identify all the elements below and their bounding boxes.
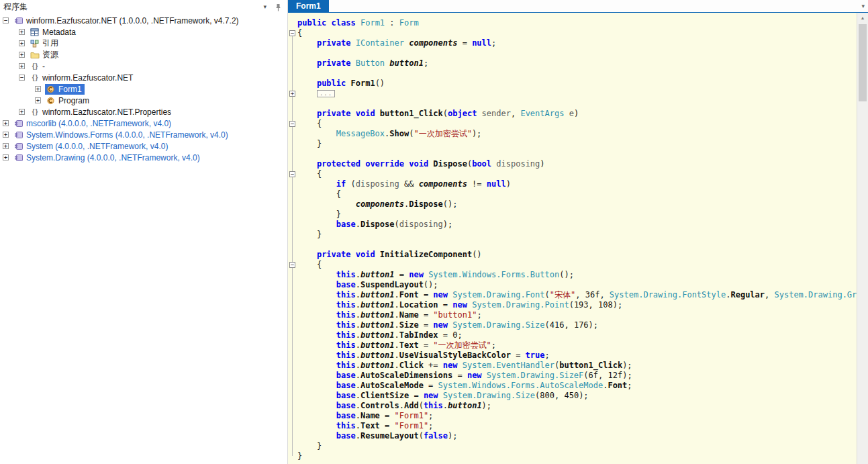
fold-margin bbox=[288, 159, 297, 169]
tree-item-label: - bbox=[42, 62, 45, 71]
expand-toggle-icon[interactable]: + bbox=[19, 29, 25, 35]
expand-toggle-icon[interactable]: + bbox=[19, 63, 25, 69]
tree-item-assembly-system-drawing[interactable]: +System.Drawing (4.0.0.0, .NETFramework,… bbox=[0, 152, 287, 163]
fold-collapse-icon[interactable]: − bbox=[289, 171, 295, 177]
tree-item-assembly-mscorlib[interactable]: +mscorlib (4.0.0.0, .NETFramework, v4.0) bbox=[0, 118, 287, 129]
vertical-scrollbar[interactable]: ▲ bbox=[857, 13, 868, 464]
fold-margin: − bbox=[288, 260, 297, 270]
tree-item-namespace-main[interactable]: −{ }winform.Eazfuscator.NET bbox=[0, 72, 287, 83]
tab-form1[interactable]: Form1 bbox=[288, 0, 329, 12]
tree-item-namespace-properties[interactable]: +{ }winform.Eazfuscator.NET.Properties bbox=[0, 106, 287, 118]
editor-pane: Form1 ▾ public class Form1 : Form−{ priv… bbox=[288, 0, 868, 464]
code-line-text: this.Text = "Form1"; bbox=[297, 421, 433, 431]
fold-margin bbox=[288, 361, 297, 371]
tree-item-body: System (4.0.0.0, .NETFramework, v4.0) bbox=[13, 141, 171, 152]
tree-item-class-form1[interactable]: +Form1 bbox=[0, 83, 287, 95]
assembly-icon bbox=[13, 16, 23, 25]
tree-item-namespace-dash[interactable]: +{ }- bbox=[0, 60, 287, 72]
code-line-text: this.button1.Click += new System.EventHa… bbox=[297, 361, 632, 371]
expand-toggle-icon[interactable]: + bbox=[35, 97, 41, 103]
fold-margin bbox=[288, 48, 297, 58]
tree-item-body: Program bbox=[45, 95, 92, 106]
fold-margin bbox=[288, 139, 297, 149]
tree-item-assembly-winform[interactable]: −winform.Eazfuscator.NET (1.0.0.0, .NETF… bbox=[0, 15, 287, 26]
code-line-text: this.button1.Size = new System.Drawing.S… bbox=[297, 320, 598, 330]
fold-collapse-icon[interactable]: − bbox=[289, 262, 295, 268]
code-line: this.button1.UseVisualStyleBackColor = t… bbox=[288, 351, 857, 361]
fold-margin bbox=[288, 441, 297, 451]
collapse-toggle-icon[interactable]: − bbox=[19, 75, 25, 81]
fold-margin bbox=[288, 109, 297, 119]
code-line-text: base.ClientSize = new System.Drawing.Siz… bbox=[297, 391, 589, 401]
code-line: − { bbox=[288, 119, 857, 129]
code-editor[interactable]: public class Form1 : Form−{ private ICon… bbox=[288, 13, 857, 464]
code-line-text: private void InitializeComponent() bbox=[297, 250, 482, 260]
code-line-text: this.button1.Font = new System.Drawing.F… bbox=[297, 290, 857, 300]
code-line-text: base.Dispose(disposing); bbox=[297, 220, 452, 230]
collapsed-region-box[interactable]: ... bbox=[317, 90, 335, 97]
code-line: base.SuspendLayout(); bbox=[288, 280, 857, 290]
metadata-icon bbox=[30, 28, 40, 36]
tree-item-metadata[interactable]: +Metadata bbox=[0, 26, 287, 38]
expand-toggle-icon[interactable]: + bbox=[35, 86, 41, 92]
code-line-text: public Form1() bbox=[297, 79, 385, 89]
fold-margin bbox=[288, 68, 297, 79]
tree-item-body: { }- bbox=[29, 61, 48, 72]
tree-item-resources[interactable]: +资源 bbox=[0, 49, 287, 60]
tree-item-assembly-system-windows-forms[interactable]: +System.Windows.Forms (4.0.0.0, .NETFram… bbox=[0, 129, 287, 140]
code-line-text: { bbox=[297, 28, 302, 38]
pane-menu-chevron-icon[interactable]: ▾ bbox=[263, 4, 267, 10]
tab-strip: Form1 ▾ bbox=[288, 0, 868, 13]
class-icon bbox=[46, 85, 56, 93]
code-line: base.AutoScaleDimensions = new System.Dr… bbox=[288, 371, 857, 381]
expand-toggle-icon[interactable]: + bbox=[19, 52, 25, 58]
collapse-toggle-icon[interactable]: − bbox=[3, 17, 9, 24]
expand-toggle-icon[interactable]: + bbox=[3, 143, 9, 149]
scroll-up-icon[interactable]: ▲ bbox=[857, 13, 868, 23]
fold-margin bbox=[288, 401, 297, 411]
code-line bbox=[288, 149, 857, 159]
decompiler-window: 程序集 ▾ −winform.Eazfuscator.NET (1.0.0.0,… bbox=[0, 0, 868, 464]
pane-title: 程序集 bbox=[3, 1, 28, 13]
tree-item-label: 引用 bbox=[42, 38, 58, 49]
tree-item-assembly-system[interactable]: +System (4.0.0.0, .NETFramework, v4.0) bbox=[0, 140, 287, 152]
code-line-text: } bbox=[297, 210, 341, 220]
expand-toggle-icon[interactable]: + bbox=[3, 120, 9, 126]
expand-toggle-icon[interactable]: + bbox=[19, 109, 25, 115]
code-line-text: base.AutoScaleDimensions = new System.Dr… bbox=[297, 371, 632, 381]
tree-item-class-program[interactable]: +Program bbox=[0, 95, 287, 106]
code-line-text: base.ResumeLayout(false); bbox=[297, 431, 457, 441]
code-line-text: MessageBox.Show("一次加密尝试"); bbox=[297, 129, 481, 139]
code-line-text: base.SuspendLayout(); bbox=[297, 280, 438, 290]
tree-item-references[interactable]: +引用 bbox=[0, 38, 287, 49]
fold-expand-icon[interactable]: + bbox=[289, 91, 295, 97]
tree-item-body: 资源 bbox=[29, 50, 61, 60]
expand-toggle-icon[interactable]: + bbox=[19, 40, 25, 46]
tree-item-body: Form1 bbox=[45, 84, 85, 95]
tab-list-chevron-icon[interactable]: ▾ bbox=[861, 3, 865, 9]
fold-margin bbox=[288, 220, 297, 230]
code-line: protected override void Dispose(bool dis… bbox=[288, 159, 857, 169]
expand-toggle-icon[interactable]: + bbox=[3, 154, 9, 160]
fold-collapse-icon[interactable]: − bbox=[289, 30, 295, 36]
fold-collapse-icon[interactable]: − bbox=[289, 121, 295, 127]
code-line: base.Dispose(disposing); bbox=[288, 220, 857, 230]
scrollbar-thumb[interactable] bbox=[859, 24, 867, 101]
code-line-text: this.button1.Location = new System.Drawi… bbox=[297, 300, 622, 310]
fold-margin bbox=[288, 351, 297, 361]
expand-toggle-icon[interactable]: + bbox=[3, 132, 9, 138]
fold-margin bbox=[288, 79, 297, 89]
pin-icon[interactable] bbox=[275, 3, 282, 11]
code-line: } bbox=[288, 139, 857, 149]
pane-header: 程序集 ▾ bbox=[0, 0, 287, 13]
code-line: base.Controls.Add(this.button1); bbox=[288, 401, 857, 411]
tree-item-body: winform.Eazfuscator.NET (1.0.0.0, .NETFr… bbox=[13, 15, 242, 26]
fold-margin: + bbox=[288, 89, 297, 99]
tree-item-body: 引用 bbox=[29, 38, 61, 49]
tree-item-label: System (4.0.0.0, .NETFramework, v4.0) bbox=[26, 142, 168, 151]
code-line-text: base.Controls.Add(this.button1); bbox=[297, 401, 491, 411]
code-line: } bbox=[288, 451, 857, 461]
fold-margin bbox=[288, 270, 297, 280]
code-line bbox=[288, 68, 857, 79]
fold-margin bbox=[288, 280, 297, 290]
